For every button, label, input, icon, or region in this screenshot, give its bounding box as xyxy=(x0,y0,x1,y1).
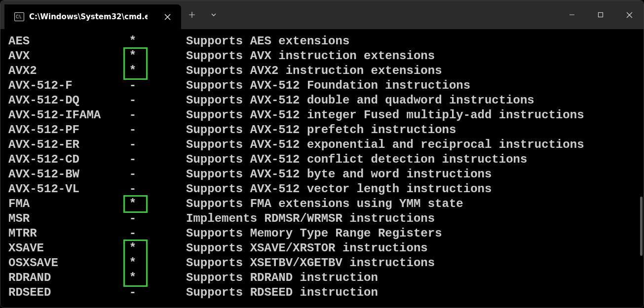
output-row: AVX-512-F -Supports AVX-512 Foundation i… xyxy=(8,78,644,93)
output-row: MSR -Implements RDMSR/WRMSR instructions xyxy=(8,211,644,226)
feature-description: Supports RDSEED instruction xyxy=(186,285,378,300)
feature-description: Supports AVX-512 prefetch instructions xyxy=(186,123,456,137)
feature-description: Supports AVX-512 byte and word instructi… xyxy=(186,167,492,182)
terminal-output[interactable]: AES *Supports AES extensionsAVX *Support… xyxy=(0,29,644,308)
feature-flag: * xyxy=(115,34,186,49)
feature-flag: - xyxy=(115,78,186,93)
minimize-icon xyxy=(569,12,575,18)
feature-name: AVX-512-DQ xyxy=(8,93,115,108)
feature-description: Supports AVX-512 vector length instructi… xyxy=(186,182,492,197)
output-row: RDRAND *Supports RDRAND instruction xyxy=(8,271,644,285)
feature-description: Supports FMA extensions using YMM state xyxy=(186,197,463,211)
feature-description: Supports Memory Type Range Registers xyxy=(186,226,442,241)
scrollbar-thumb[interactable] xyxy=(640,197,643,256)
active-tab[interactable]: C:\. C:\Windows\System32\cmd.e xyxy=(4,4,181,29)
feature-flag: - xyxy=(115,167,186,182)
feature-flag: - xyxy=(115,108,186,123)
feature-flag: * xyxy=(115,49,186,64)
tab-close-button[interactable] xyxy=(160,10,174,24)
feature-name: AES xyxy=(8,34,115,49)
feature-name: AVX-512-CD xyxy=(8,152,115,167)
feature-flag: * xyxy=(115,256,186,271)
feature-name: MSR xyxy=(8,211,115,226)
output-row: AVX *Supports AVX instruction extensions xyxy=(8,49,644,64)
maximize-icon xyxy=(598,12,604,18)
output-row: AVX-512-IFAMA -Supports AVX-512 integer … xyxy=(8,108,644,123)
output-row: AVX2 *Supports AVX2 instruction extensio… xyxy=(8,64,644,78)
feature-name: OSXSAVE xyxy=(8,256,115,271)
feature-flag: - xyxy=(115,137,186,152)
feature-name: AVX-512-ER xyxy=(8,137,115,152)
output-row: OSXSAVE *Supports XSETBV/XGETBV instruct… xyxy=(8,256,644,271)
feature-description: Supports XSAVE/XRSTOR instructions xyxy=(186,241,428,256)
new-tab-button[interactable] xyxy=(181,0,203,29)
feature-flag: - xyxy=(115,226,186,241)
feature-flag: - xyxy=(115,152,186,167)
feature-name: XSAVE xyxy=(8,241,115,256)
output-row: AES *Supports AES extensions xyxy=(8,34,644,49)
feature-description: Supports AVX2 instruction extensions xyxy=(186,64,442,78)
svg-rect-0 xyxy=(599,13,603,17)
feature-flag: - xyxy=(115,93,186,108)
minimize-button[interactable] xyxy=(558,0,586,29)
feature-name: AVX xyxy=(8,49,115,64)
feature-description: Supports AVX-512 Foundation instructions xyxy=(186,78,470,93)
feature-flag: * xyxy=(115,64,186,78)
tab-title: C:\Windows\System32\cmd.e xyxy=(29,12,148,21)
feature-description: Supports AVX-512 conflict detection inst… xyxy=(186,152,527,167)
close-window-button[interactable] xyxy=(615,0,644,29)
maximize-button[interactable] xyxy=(586,0,615,29)
feature-name: AVX-512-VL xyxy=(8,182,115,197)
close-icon xyxy=(164,14,171,20)
plus-icon xyxy=(189,11,195,18)
output-row: MTRR -Supports Memory Type Range Registe… xyxy=(8,226,644,241)
cmd-icon: C:\. xyxy=(14,12,24,21)
feature-description: Implements RDMSR/WRMSR instructions xyxy=(186,211,435,226)
titlebar: C:\. C:\Windows\System32\cmd.e xyxy=(0,0,644,29)
output-row: XSAVE *Supports XSAVE/XRSTOR instruction… xyxy=(8,241,644,256)
feature-name: RDSEED xyxy=(8,285,115,300)
output-row: FMA *Supports FMA extensions using YMM s… xyxy=(8,197,644,211)
feature-name: AVX-512-IFAMA xyxy=(8,108,115,123)
output-row: RDSEED -Supports RDSEED instruction xyxy=(8,285,644,300)
feature-description: Supports AVX instruction extensions xyxy=(186,49,435,64)
terminal-window: C:\. C:\Windows\System32\cmd.e AES * xyxy=(0,0,644,308)
feature-flag: * xyxy=(115,271,186,285)
feature-description: Supports RDRAND instruction xyxy=(186,271,378,285)
output-row: AVX-512-BW -Supports AVX-512 byte and wo… xyxy=(8,167,644,182)
feature-name: MTRR xyxy=(8,226,115,241)
feature-flag: * xyxy=(115,241,186,256)
feature-flag: - xyxy=(115,285,186,300)
output-row: AVX-512-DQ -Supports AVX-512 double and … xyxy=(8,93,644,108)
feature-description: Supports AVX-512 integer Fused multiply-… xyxy=(186,108,584,123)
output-row: AVX-512-VL -Supports AVX-512 vector leng… xyxy=(8,182,644,197)
feature-description: Supports AVX-512 double and quadword ins… xyxy=(186,93,534,108)
feature-name: RDRAND xyxy=(8,271,115,285)
feature-name: AVX2 xyxy=(8,64,115,78)
feature-flag: * xyxy=(115,197,186,211)
feature-description: Supports AES extensions xyxy=(186,34,349,49)
chevron-down-icon xyxy=(211,12,217,18)
feature-name: AVX-512-PF xyxy=(8,123,115,137)
output-row: AVX-512-ER -Supports AVX-512 exponential… xyxy=(8,137,644,152)
window-controls xyxy=(558,0,644,29)
feature-description: Supports AVX-512 exponential and recipro… xyxy=(186,137,584,152)
tab-dropdown-button[interactable] xyxy=(203,0,225,29)
feature-name: FMA xyxy=(8,197,115,211)
feature-name: AVX-512-F xyxy=(8,78,115,93)
output-row: AVX-512-CD -Supports AVX-512 conflict de… xyxy=(8,152,644,167)
feature-flag: - xyxy=(115,182,186,197)
close-icon xyxy=(626,12,633,18)
feature-description: Supports XSETBV/XGETBV instructions xyxy=(186,256,435,271)
feature-name: AVX-512-BW xyxy=(8,167,115,182)
output-row: AVX-512-PF -Supports AVX-512 prefetch in… xyxy=(8,123,644,137)
feature-flag: - xyxy=(115,211,186,226)
feature-flag: - xyxy=(115,123,186,137)
